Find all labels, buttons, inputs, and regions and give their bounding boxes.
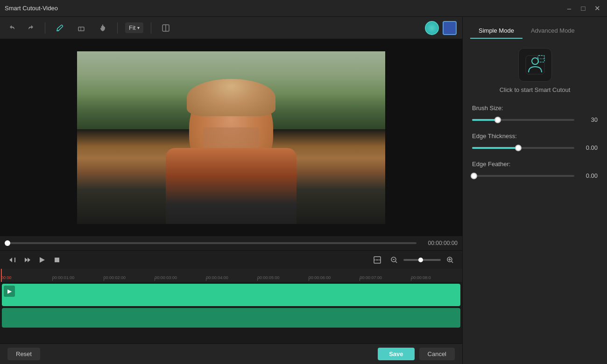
- ruler-mark-7: 00:00:07:00: [360, 275, 411, 280]
- redo-button[interactable]: [23, 21, 37, 35]
- window-controls: – □ ✕: [564, 3, 602, 14]
- close-button[interactable]: ✕: [592, 3, 602, 14]
- ruler-mark-4: 00:00:04:00: [206, 275, 257, 280]
- cancel-button[interactable]: Cancel: [419, 348, 455, 360]
- hand-tool-button[interactable]: [96, 21, 110, 35]
- svg-marker-9: [40, 257, 45, 263]
- minimize-button[interactable]: –: [564, 3, 574, 14]
- clip-icon: ▶: [4, 286, 15, 297]
- edge-thickness-slider-track[interactable]: [472, 147, 574, 149]
- edge-feather-slider-track[interactable]: [472, 175, 574, 177]
- svg-marker-8: [28, 258, 30, 262]
- fit-zoom-dropdown[interactable]: Fit ▾: [125, 22, 143, 33]
- svg-line-17: [395, 261, 397, 263]
- edge-feather-section: Edge Feather: 0.00: [472, 161, 598, 179]
- zoom-slider-track[interactable]: [403, 259, 441, 261]
- reset-button[interactable]: Reset: [7, 348, 40, 360]
- ruler-mark-6: 00:00:06:00: [309, 275, 360, 280]
- compare-button[interactable]: [159, 21, 173, 35]
- zoom-in-button[interactable]: [443, 252, 458, 267]
- ruler-mark-1: 00:00:01:00: [52, 275, 104, 280]
- video-preview-area: [0, 39, 462, 236]
- brush-size-row: 30: [472, 116, 598, 123]
- fit-timeline-button[interactable]: [370, 252, 385, 267]
- ruler-mark-8: 00:00:08:0: [411, 275, 462, 280]
- scrub-bar: 00:00:00:00: [0, 236, 462, 250]
- audio-track-clip[interactable]: [2, 308, 460, 328]
- track-row-1: ▶: [2, 284, 460, 306]
- divider-2: [117, 22, 118, 34]
- svg-rect-1: [78, 27, 84, 31]
- svg-marker-5: [9, 258, 12, 262]
- cutout-label: Click to start Smart Cutout: [500, 86, 571, 93]
- save-button[interactable]: Save: [378, 348, 414, 360]
- bg-preview: [425, 21, 457, 35]
- fit-caret-icon: ▾: [137, 25, 140, 30]
- edge-thickness-value: 0.00: [579, 144, 598, 151]
- bottom-right-buttons: Save Cancel: [378, 348, 455, 360]
- skip-back-button[interactable]: [5, 252, 20, 267]
- timeline-tracks: ▶: [0, 282, 462, 329]
- brush-size-value: 30: [579, 116, 598, 123]
- edge-thickness-section: Edge Thickness: 0.00: [472, 133, 598, 151]
- transparent-bg-preview[interactable]: [425, 21, 439, 35]
- smart-cutout-button[interactable]: [518, 48, 552, 82]
- edge-thickness-row: 0.00: [472, 144, 598, 151]
- right-panel: Simple Mode Advanced Mode Click to start…: [462, 17, 607, 364]
- edge-feather-value: 0.00: [579, 172, 598, 179]
- bottom-bar: Reset Save Cancel: [0, 343, 462, 364]
- svg-line-21: [452, 261, 453, 263]
- simple-mode-tab[interactable]: Simple Mode: [470, 23, 522, 39]
- timeline-ruler: 00:00 00:00:01:00 00:00:02:00 00:00:03:0…: [0, 269, 462, 282]
- zoom-out-button[interactable]: [387, 252, 402, 267]
- divider-3: [151, 22, 151, 34]
- edge-feather-thumb[interactable]: [471, 173, 477, 179]
- controls-bar: [0, 250, 462, 269]
- right-content: Click to start Smart Cutout Brush Size: …: [463, 39, 607, 364]
- app-title: Smart Cutout-Video: [5, 5, 58, 12]
- brush-size-label: Brush Size:: [472, 105, 598, 112]
- zoom-slider-thumb[interactable]: [418, 258, 423, 262]
- play-slow-button[interactable]: [20, 252, 35, 267]
- stop-button[interactable]: [49, 252, 64, 267]
- draw-tool-button[interactable]: [53, 21, 67, 35]
- edge-feather-label: Edge Feather:: [472, 161, 598, 168]
- time-display: 00:00:00:00: [420, 240, 458, 246]
- ruler-mark-0: 00:00: [1, 275, 52, 280]
- mode-tabs: Simple Mode Advanced Mode: [463, 17, 607, 39]
- ruler-mark-5: 00:00:05:00: [257, 275, 309, 280]
- color-bg-preview[interactable]: [443, 21, 457, 35]
- brush-size-slider-track[interactable]: [472, 119, 574, 121]
- left-panel: Fit ▾: [0, 17, 462, 364]
- track-row-2: [2, 308, 460, 328]
- timeline-area: 00:00 00:00:01:00 00:00:02:00 00:00:03:0…: [0, 269, 462, 343]
- progress-track[interactable]: [5, 242, 416, 244]
- brush-size-fill: [472, 119, 498, 121]
- edge-feather-row: 0.00: [472, 172, 598, 179]
- progress-thumb[interactable]: [5, 240, 10, 246]
- maximize-button[interactable]: □: [578, 3, 588, 14]
- toolbar: Fit ▾: [0, 17, 462, 39]
- divider-1: [45, 22, 45, 34]
- brush-size-section: Brush Size: 30: [472, 105, 598, 123]
- main-container: Fit ▾: [0, 17, 607, 364]
- edge-thickness-label: Edge Thickness:: [472, 133, 598, 140]
- zoom-controls: [370, 252, 458, 267]
- titlebar: Smart Cutout-Video – □ ✕: [0, 0, 607, 17]
- svg-rect-10: [55, 258, 59, 262]
- ruler-mark-3: 00:00:03:00: [155, 275, 206, 280]
- undo-button[interactable]: [6, 21, 20, 35]
- timeline-playhead[interactable]: [1, 269, 2, 282]
- edge-thickness-thumb[interactable]: [515, 145, 522, 151]
- video-frame: [77, 51, 385, 224]
- svg-marker-7: [25, 258, 28, 262]
- eraser-tool-button[interactable]: [74, 21, 88, 35]
- ruler-marks: 00:00 00:00:01:00 00:00:02:00 00:00:03:0…: [0, 275, 462, 280]
- history-controls: [6, 21, 37, 35]
- advanced-mode-tab[interactable]: Advanced Mode: [522, 23, 583, 39]
- video-track-clip[interactable]: ▶: [2, 284, 460, 306]
- edge-thickness-fill: [472, 147, 518, 149]
- play-button[interactable]: [35, 252, 49, 267]
- ruler-mark-2: 00:00:02:00: [104, 275, 155, 280]
- brush-size-thumb[interactable]: [494, 117, 501, 123]
